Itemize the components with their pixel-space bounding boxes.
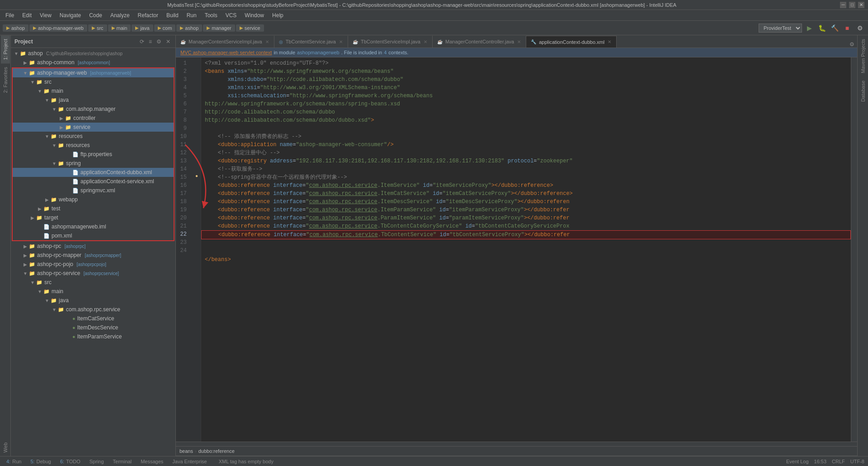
tree-item-webapp[interactable]: ▶ 📁 webapp bbox=[13, 195, 174, 204]
tree-item-rpc-main[interactable]: ▼ 📁 main bbox=[11, 287, 175, 296]
menu-navigate[interactable]: Navigate bbox=[56, 11, 85, 19]
settings-button[interactable]: ⚙ bbox=[854, 23, 865, 33]
gutter-7 bbox=[192, 106, 201, 114]
breadcrumb-ashop[interactable]: ▶ ashop bbox=[3, 24, 28, 32]
settings-button[interactable]: ⚙ bbox=[155, 38, 163, 45]
tab-close-button[interactable]: ✕ bbox=[339, 39, 343, 45]
tab-close-button[interactable]: ✕ bbox=[423, 39, 428, 45]
editor-vertical-scrollbar[interactable] bbox=[851, 57, 857, 442]
notif-link[interactable]: MVC ashop-manager-web servlet context bbox=[180, 50, 272, 55]
tree-item-java[interactable]: ▼ 📁 java bbox=[13, 95, 174, 105]
editor-code[interactable]: <?xml version="1.0" encoding="UTF-8"?> <… bbox=[201, 57, 851, 442]
tree-item-main[interactable]: ▼ 📁 main bbox=[13, 86, 174, 95]
tree-item-ftp-props[interactable]: 📄 ftp.properties bbox=[13, 150, 174, 159]
menu-build[interactable]: Build bbox=[163, 11, 182, 19]
favorites-tab[interactable]: 2: Favorites bbox=[1, 63, 10, 96]
breadcrumb-com[interactable]: ▶ com bbox=[154, 24, 176, 32]
database-tab[interactable]: Database bbox=[859, 77, 868, 105]
tree-item-rpc-service-pkg[interactable]: ▼ 📁 com.ashop.rpc.service bbox=[11, 305, 175, 314]
menu-view[interactable]: View bbox=[36, 11, 55, 19]
tree-item-spring[interactable]: ▼ 📁 spring bbox=[13, 159, 174, 168]
tree-item-pom[interactable]: 📄 pom.xml bbox=[13, 231, 174, 240]
maximize-button[interactable]: □ bbox=[849, 2, 855, 8]
tab-close-button[interactable]: ✕ bbox=[517, 39, 521, 45]
build-button[interactable]: 🔨 bbox=[829, 23, 840, 33]
breadcrumb-beans[interactable]: beans bbox=[179, 448, 193, 454]
tab-close-button[interactable]: ✕ bbox=[265, 39, 269, 45]
tree-item-rpc-src[interactable]: ▼ 📁 src bbox=[11, 278, 175, 287]
tree-item-resources2[interactable]: ▼ 📁 resources bbox=[13, 141, 174, 150]
status-tab-spring[interactable]: Spring bbox=[87, 459, 107, 464]
run-config-dropdown[interactable]: ProviderTest bbox=[759, 24, 802, 33]
tree-item-itemcatservice[interactable]: ● ItemCatService bbox=[11, 314, 175, 323]
sync-button[interactable]: ⟳ bbox=[138, 38, 146, 45]
collapse-button[interactable]: ≡ bbox=[147, 38, 153, 45]
tree-item-controller[interactable]: ▶ 📁 controller bbox=[13, 114, 174, 123]
tree-item-rpc-pojo[interactable]: ▶ 📁 ashop-rpc-pojo [ashoprpcpojo] bbox=[11, 260, 175, 269]
tab-applicationcontext-dubbo[interactable]: 🔧 applicationContext-dubbo.xml ✕ bbox=[526, 36, 617, 48]
tree-item-itemdescservice[interactable]: ● ItemDescService bbox=[11, 323, 175, 332]
menu-window[interactable]: Window bbox=[241, 11, 268, 19]
tree-item-resources1[interactable]: ▼ 📁 resources bbox=[13, 132, 174, 141]
web-tab[interactable]: Web bbox=[1, 439, 10, 456]
menu-help[interactable]: Help bbox=[269, 11, 287, 19]
tree-item-rpc-mapper[interactable]: ▶ 📁 ashop-rpc-mapper [ashoprpcmapper] bbox=[11, 251, 175, 260]
status-tab-messages[interactable]: Messages bbox=[138, 459, 166, 464]
tree-item-ashop-rpc[interactable]: ▶ 📁 ashop-rpc [ashoprpc] bbox=[11, 242, 175, 251]
status-tab-terminal[interactable]: Terminal bbox=[110, 459, 135, 464]
status-line-ending[interactable]: CRLF bbox=[832, 459, 845, 464]
tree-item-service[interactable]: ▶ 📁 service bbox=[13, 123, 174, 132]
tree-item-target[interactable]: ▶ 📁 target bbox=[13, 213, 174, 222]
breadcrumb-service[interactable]: ▶ service bbox=[236, 24, 264, 32]
breadcrumb-manager-web[interactable]: ▶ ashop-manager-web bbox=[29, 24, 87, 32]
breadcrumb-dubbo-reference[interactable]: dubbo:reference bbox=[198, 448, 235, 454]
tree-item-test[interactable]: ▶ 📁 test bbox=[13, 204, 174, 213]
status-tab-run[interactable]: 4: Run bbox=[4, 459, 24, 464]
project-tab[interactable]: 1: Project bbox=[1, 35, 10, 63]
tree-item-manager-web[interactable]: ▼ 📁 ashop-manager-web [ashopmanagerweb] bbox=[13, 68, 174, 77]
tree-item-ashop-common[interactable]: ▶ 📁 ashop-common [ashopcommon] bbox=[11, 58, 175, 67]
tree-item-itemparamservice[interactable]: ● ItemParamService bbox=[11, 332, 175, 341]
menu-run[interactable]: Run bbox=[183, 11, 200, 19]
tab-manager-content-service-impl[interactable]: ☕ ManagerContentServiceImpl.java ✕ bbox=[176, 36, 274, 48]
tree-item-dubbo-xml[interactable]: 📄 applicationContext-dubbo.xml bbox=[13, 168, 174, 177]
status-tab-todo[interactable]: 6: TODO bbox=[57, 459, 83, 464]
breadcrumb-main[interactable]: ▶ main bbox=[108, 24, 131, 32]
menu-vcs[interactable]: VCS bbox=[222, 11, 241, 19]
tree-item-iml[interactable]: 📄 ashopmanagerweb.iml bbox=[13, 222, 174, 231]
menu-code[interactable]: Code bbox=[85, 11, 106, 19]
close-button[interactable]: ✕ bbox=[858, 2, 864, 8]
close-panel-button[interactable]: ✕ bbox=[165, 38, 172, 45]
tree-item-rpc-service[interactable]: ▼ 📁 ashop-rpc-service [ashoprpcservice] bbox=[11, 269, 175, 278]
breadcrumb-ashop2[interactable]: ▶ ashop bbox=[176, 24, 202, 32]
tree-item-service-xml[interactable]: 📄 applicationContext-service.xml bbox=[13, 177, 174, 186]
tab-tbcontent-service[interactable]: ◎ TbContentService.java ✕ bbox=[274, 36, 348, 48]
editor-horizontal-scrollbar[interactable] bbox=[176, 442, 857, 446]
menu-analyze[interactable]: Analyze bbox=[107, 11, 133, 19]
tree-item-src[interactable]: ▼ 📁 src bbox=[13, 77, 174, 86]
tab-close-button[interactable]: ✕ bbox=[607, 39, 612, 45]
status-tab-java-enterprise[interactable]: Java Enterprise bbox=[170, 459, 209, 464]
run-button[interactable]: ▶ bbox=[804, 23, 815, 33]
tab-tbcontent-service-impl[interactable]: ☕ TbContentServiceImpl.java ✕ bbox=[348, 36, 433, 48]
menu-file[interactable]: File bbox=[2, 11, 18, 19]
menu-edit[interactable]: Edit bbox=[19, 11, 35, 19]
stop-button[interactable]: ■ bbox=[842, 23, 853, 33]
maven-projects-tab[interactable]: Maven Projects bbox=[859, 35, 868, 77]
tree-item-springmvc-xml[interactable]: 📄 springmvc.xml bbox=[13, 186, 174, 195]
status-tab-debug[interactable]: 5: Debug bbox=[28, 459, 54, 464]
tab-manager-content-controller[interactable]: ☕ ManagerContentController.java ✕ bbox=[433, 36, 526, 48]
breadcrumb-java[interactable]: ▶ java bbox=[132, 24, 153, 32]
menu-refactor[interactable]: Refactor bbox=[134, 11, 162, 19]
event-log[interactable]: Event Log bbox=[786, 459, 809, 464]
tree-item-com-ashop-manager[interactable]: ▼ 📁 com.ashop.manager bbox=[13, 105, 174, 114]
tree-item-rpc-java[interactable]: ▼ 📁 java bbox=[11, 296, 175, 305]
tab-settings-button[interactable]: ⚙ bbox=[847, 41, 857, 48]
tree-item-ashop[interactable]: ▼ 📁 ashop C:\githubRepositories\shopping… bbox=[11, 49, 175, 58]
status-encoding[interactable]: UTF-8 bbox=[850, 459, 864, 464]
breadcrumb-src[interactable]: ▶ src bbox=[88, 24, 107, 32]
breadcrumb-manager[interactable]: ▶ manager bbox=[203, 24, 235, 32]
debug-button[interactable]: 🐛 bbox=[816, 23, 827, 33]
menu-tools[interactable]: Tools bbox=[201, 11, 221, 19]
minimize-button[interactable]: ─ bbox=[840, 2, 846, 8]
